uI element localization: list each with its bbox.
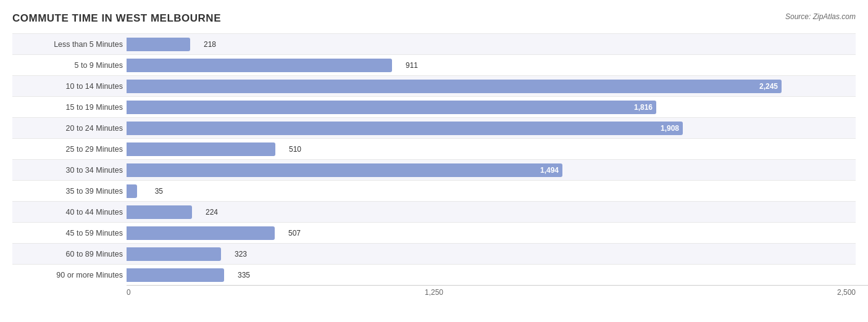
bar-fill: 1,494 xyxy=(127,163,562,177)
x-axis-tick: 1,250 xyxy=(425,288,443,297)
bar-row: 20 to 24 Minutes1,908 xyxy=(12,117,856,138)
bar-label: 15 to 19 Minutes xyxy=(12,103,127,112)
bar-label: 90 or more Minutes xyxy=(12,271,127,279)
bar-label: Less than 5 Minutes xyxy=(12,40,127,49)
bar-value-label: 323 xyxy=(235,250,247,258)
bar-row: 90 or more Minutes335 xyxy=(12,264,856,285)
bar-label: 20 to 24 Minutes xyxy=(12,124,127,133)
bar-track: 911 xyxy=(127,55,856,75)
chart-area: Less than 5 Minutes2185 to 9 Minutes9111… xyxy=(12,33,856,285)
bar-value-label: 510 xyxy=(289,145,301,154)
bar-fill: 218 xyxy=(127,38,190,51)
bar-track: 1,494 xyxy=(127,160,856,180)
bar-label: 60 to 89 Minutes xyxy=(12,250,127,258)
bar-fill: 507 xyxy=(127,226,275,240)
bar-value-label: 1,494 xyxy=(540,166,559,175)
bar-fill: 224 xyxy=(127,205,192,219)
bar-label: 45 to 59 Minutes xyxy=(12,229,127,237)
chart-header: COMMUTE TIME IN WEST MELBOURNE Source: Z… xyxy=(12,12,856,25)
bar-track: 35 xyxy=(127,181,856,201)
chart-source: Source: ZipAtlas.com xyxy=(785,12,856,21)
bar-fill: 323 xyxy=(127,247,221,261)
bar-value-label: 1,816 xyxy=(634,103,653,112)
chart-container: COMMUTE TIME IN WEST MELBOURNE Source: Z… xyxy=(0,6,868,315)
chart-title: COMMUTE TIME IN WEST MELBOURNE xyxy=(12,12,221,25)
bar-track: 510 xyxy=(127,139,856,159)
bar-value-label: 35 xyxy=(155,187,163,196)
bar-fill: 1,816 xyxy=(127,101,656,114)
bar-fill: 2,245 xyxy=(127,80,782,93)
bar-row: 30 to 34 Minutes1,494 xyxy=(12,159,856,180)
bar-value-label: 911 xyxy=(406,61,418,70)
bar-value-label: 335 xyxy=(238,271,250,279)
bar-value-label: 2,245 xyxy=(759,82,778,91)
bar-row: 40 to 44 Minutes224 xyxy=(12,201,856,222)
bar-row: 45 to 59 Minutes507 xyxy=(12,222,856,243)
bar-track: 218 xyxy=(127,34,856,54)
bar-track: 2,245 xyxy=(127,76,856,96)
bar-track: 323 xyxy=(127,244,856,264)
bar-fill: 35 xyxy=(127,184,137,198)
x-axis-tick: 0 xyxy=(127,288,131,297)
bar-row: Less than 5 Minutes218 xyxy=(12,33,856,54)
bar-row: 10 to 14 Minutes2,245 xyxy=(12,75,856,96)
bar-row: 5 to 9 Minutes911 xyxy=(12,54,856,75)
bar-label: 30 to 34 Minutes xyxy=(12,166,127,175)
bar-row: 35 to 39 Minutes35 xyxy=(12,180,856,201)
bar-track: 335 xyxy=(127,265,856,285)
bar-label: 10 to 14 Minutes xyxy=(12,82,127,91)
bar-label: 25 to 29 Minutes xyxy=(12,145,127,154)
bar-track: 224 xyxy=(127,202,856,222)
bar-fill: 510 xyxy=(127,142,275,156)
bar-row: 15 to 19 Minutes1,816 xyxy=(12,96,856,117)
bar-row: 60 to 89 Minutes323 xyxy=(12,243,856,264)
bar-value-label: 224 xyxy=(206,208,218,217)
bar-value-label: 218 xyxy=(204,40,216,49)
bar-label: 40 to 44 Minutes xyxy=(12,208,127,217)
bar-fill: 1,908 xyxy=(127,122,683,135)
x-axis: 01,2502,500 xyxy=(12,288,856,297)
bar-track: 1,908 xyxy=(127,118,856,138)
bar-value-label: 507 xyxy=(288,229,301,237)
bar-label: 35 to 39 Minutes xyxy=(12,187,127,196)
bar-fill: 335 xyxy=(127,268,224,282)
bar-fill: 911 xyxy=(127,59,392,72)
x-axis-tick: 2,500 xyxy=(837,288,856,297)
bar-label: 5 to 9 Minutes xyxy=(12,61,127,70)
bar-row: 25 to 29 Minutes510 xyxy=(12,138,856,159)
bar-track: 507 xyxy=(127,223,856,243)
bar-value-label: 1,908 xyxy=(661,124,679,133)
bar-track: 1,816 xyxy=(127,97,856,117)
axis-line xyxy=(127,285,868,286)
